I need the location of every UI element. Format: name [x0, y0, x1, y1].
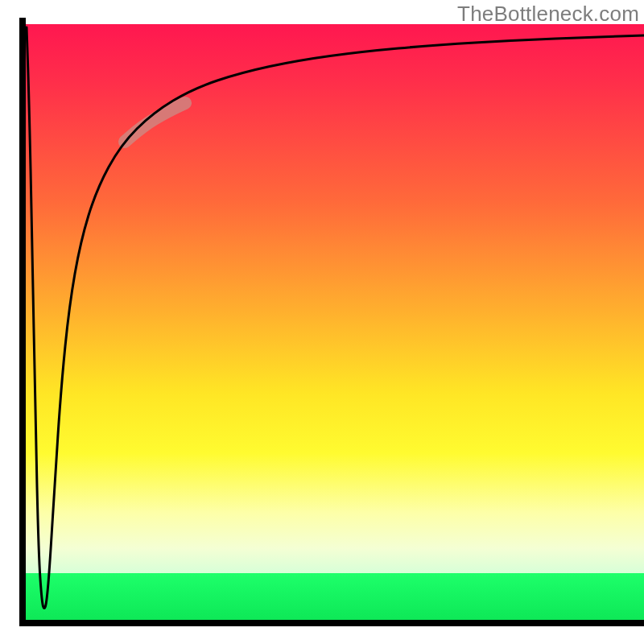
plot-area	[26, 24, 644, 620]
chart-stage: TheBottleneck.com	[0, 0, 644, 644]
y-axis	[19, 18, 26, 626]
watermark-text: TheBottleneck.com	[457, 2, 639, 27]
x-axis	[19, 620, 644, 626]
